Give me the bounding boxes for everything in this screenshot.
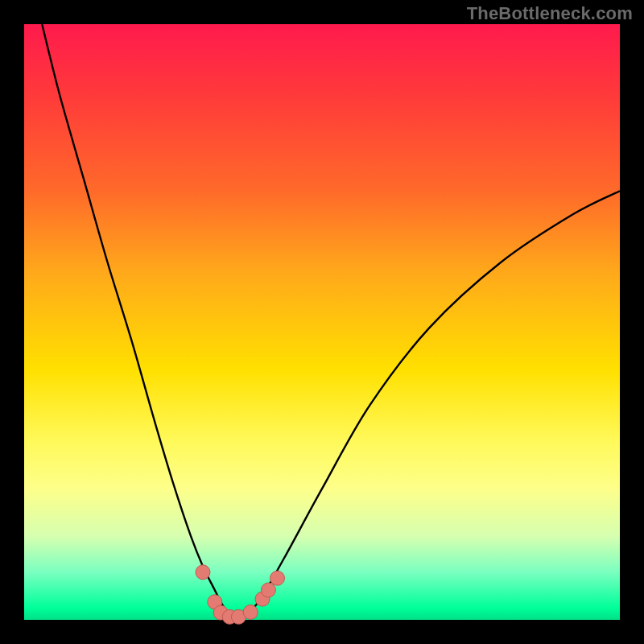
- watermark-text: TheBottleneck.com: [467, 3, 633, 24]
- plot-area: [24, 24, 620, 620]
